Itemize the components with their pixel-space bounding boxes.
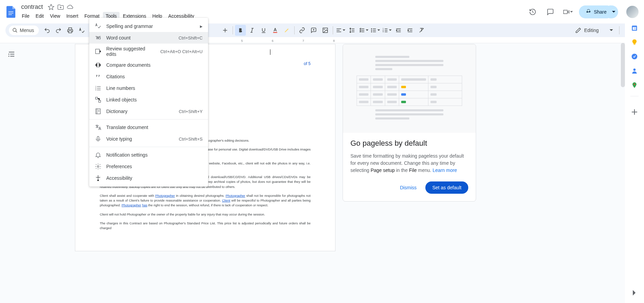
ruler-tick: 7: [302, 39, 304, 43]
toolbar-separator: [619, 26, 619, 34]
wordcount-icon: [95, 34, 101, 41]
insert-plus-button[interactable]: [220, 25, 231, 36]
toolbar-separator: [233, 26, 233, 34]
outline-toggle-button[interactable]: [7, 50, 16, 58]
svg-rect-18: [99, 100, 101, 102]
align-button[interactable]: [335, 25, 346, 36]
text-color-button[interactable]: [270, 25, 281, 36]
svg-point-7: [371, 28, 372, 29]
menu-item-label: Word count: [106, 35, 174, 41]
bullet-list-button[interactable]: [370, 25, 381, 36]
menu-shortcut: Ctrl+Shift+C: [178, 35, 203, 41]
header-right: Share: [526, 5, 639, 19]
menus-label: Menus: [20, 28, 34, 33]
menu-item-preferences[interactable]: Preferences: [89, 161, 208, 172]
calendar-icon[interactable]: 31: [631, 25, 638, 31]
highlight-button[interactable]: [281, 25, 292, 36]
svg-rect-17: [96, 97, 98, 99]
menu-item-linked-objects[interactable]: Linked objects: [89, 94, 208, 106]
review-icon: [95, 48, 101, 55]
menu-item-voice-typing[interactable]: Voice typing Ctrl+Shift+S: [89, 133, 208, 145]
menu-separator: [89, 147, 208, 147]
tasks-icon[interactable]: [631, 53, 638, 60]
maps-icon[interactable]: [631, 82, 638, 89]
clear-format-button[interactable]: [416, 25, 427, 36]
indent-decrease-button[interactable]: [393, 25, 404, 36]
svg-rect-0: [9, 11, 13, 12]
cloud-icon[interactable]: [67, 4, 74, 11]
scrollbar-thumb[interactable]: [621, 43, 625, 87]
menu-shortcut: Ctrl+Alt+O Ctrl+Alt+U: [160, 49, 203, 54]
menu-item-label: Preferences: [106, 164, 203, 169]
svg-text:3: 3: [95, 89, 96, 91]
redo-button[interactable]: [53, 25, 64, 36]
move-icon[interactable]: [57, 4, 64, 11]
checklist-button[interactable]: [358, 25, 369, 36]
history-icon[interactable]: [526, 5, 539, 19]
menu-insert[interactable]: Insert: [64, 12, 81, 20]
menu-item-label: Notification settings: [106, 152, 203, 158]
account-avatar[interactable]: [626, 6, 639, 18]
comments-icon[interactable]: [544, 5, 557, 19]
contacts-icon[interactable]: [631, 67, 638, 74]
keep-icon[interactable]: [631, 39, 638, 46]
ruler-tick: 6: [272, 39, 273, 43]
menu-item-review-suggested-edits[interactable]: Review suggested edits Ctrl+Alt+O Ctrl+A…: [89, 44, 208, 59]
dictionary-icon: [95, 108, 101, 115]
undo-button[interactable]: [42, 25, 52, 36]
menu-separator: [89, 119, 208, 119]
print-button[interactable]: [65, 25, 76, 36]
menu-item-spelling-and-grammar[interactable]: Spelling and grammar ▶: [89, 20, 208, 32]
menu-item-word-count[interactable]: Word count Ctrl+Shift+C: [89, 32, 208, 44]
svg-point-6: [324, 29, 325, 30]
bold-button[interactable]: [235, 25, 246, 36]
mic-icon: [95, 135, 101, 142]
share-dropdown-arrow[interactable]: [609, 5, 618, 18]
menu-item-citations[interactable]: Citations: [89, 71, 208, 82]
menu-item-translate-document[interactable]: Translate document: [89, 122, 208, 133]
menu-item-compare-documents[interactable]: Compare documents: [89, 59, 208, 71]
menu-item-label: Line numbers: [106, 85, 203, 91]
document-title[interactable]: contract: [19, 3, 45, 11]
indent-increase-button[interactable]: [405, 25, 415, 36]
menu-item-label: Dictionary: [106, 109, 174, 114]
svg-rect-28: [634, 44, 635, 45]
link-button[interactable]: [297, 25, 308, 36]
editing-mode-label: Editing: [584, 28, 599, 33]
menu-item-accessibility[interactable]: Accessibility: [89, 172, 208, 184]
menu-item-label: Spelling and grammar: [106, 23, 195, 29]
menu-item-notification-settings[interactable]: Notification settings: [89, 149, 208, 161]
docs-logo[interactable]: [5, 5, 16, 19]
image-button[interactable]: [320, 25, 331, 36]
share-button[interactable]: Share: [579, 5, 613, 18]
menu-edit[interactable]: Edit: [33, 12, 47, 20]
spellcheck-button[interactable]: [76, 25, 87, 36]
side-panel-collapse-button[interactable]: [632, 290, 637, 297]
comment-button[interactable]: [308, 25, 319, 36]
menu-item-line-numbers[interactable]: 123 Line numbers: [89, 82, 208, 94]
text-cursor: [270, 49, 270, 55]
promo-illustration: [343, 44, 476, 133]
svg-rect-1: [9, 13, 13, 13]
meet-button[interactable]: [561, 5, 575, 19]
svg-point-24: [9, 56, 10, 57]
dismiss-button[interactable]: Dismiss: [395, 181, 421, 194]
line-spacing-button[interactable]: [347, 25, 358, 36]
tools-menu-dropdown: Spelling and grammar ▶ Word count Ctrl+S…: [89, 18, 208, 187]
learn-more-link[interactable]: Learn more: [433, 168, 457, 173]
document-paragraph[interactable]: Client will not hold Photographer or the…: [100, 212, 311, 217]
menus-search[interactable]: Menus: [9, 26, 39, 35]
star-icon[interactable]: [48, 4, 54, 11]
menu-view[interactable]: View: [47, 12, 63, 20]
menu-shortcut: Ctrl+Shift+Y: [179, 109, 203, 114]
underline-button[interactable]: [258, 25, 269, 36]
set-as-default-button[interactable]: Set as default: [425, 181, 468, 194]
add-addon-button[interactable]: [630, 108, 639, 116]
italic-button[interactable]: [247, 25, 257, 36]
menu-file[interactable]: File: [19, 12, 32, 20]
number-list-button[interactable]: 123: [381, 25, 392, 36]
document-paragraph[interactable]: The charges in this Contract are based o…: [100, 221, 311, 231]
document-paragraph[interactable]: Client shall assist and cooperate with P…: [100, 193, 311, 208]
editing-mode-button[interactable]: Editing: [571, 25, 617, 35]
menu-item-dictionary[interactable]: Dictionary Ctrl+Shift+Y: [89, 106, 208, 117]
